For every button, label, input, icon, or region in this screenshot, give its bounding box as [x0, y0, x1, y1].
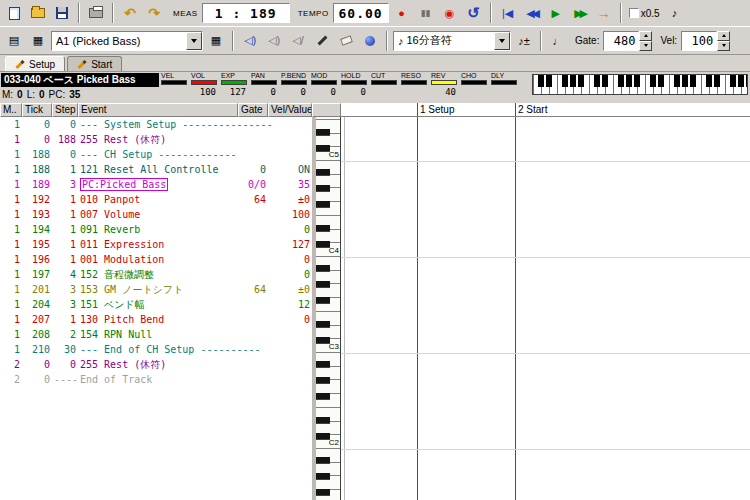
track-info-panel: 033-040 ベース Picked Bass M:0 L:0 PC:35 VE… [0, 71, 750, 103]
event-event-cell: 152 音程微調整 [78, 267, 238, 282]
black-key[interactable] [316, 297, 330, 304]
measure-header[interactable]: 1 Setup [420, 104, 454, 115]
vel-stepper[interactable]: 100 [681, 31, 730, 51]
meter-pan: PAN0 [250, 72, 280, 104]
vel-down-button[interactable] [717, 41, 730, 51]
skip-to-start-button[interactable]: |◀ [497, 2, 519, 24]
mini-keyboard[interactable] [532, 74, 748, 95]
note-length-selector[interactable]: ♪ 16分音符 [393, 31, 511, 51]
event-row[interactable]: 11961001 Modulation0 [0, 252, 312, 267]
speaker-solo-button[interactable]: ◁) [263, 30, 285, 52]
event-row[interactable]: 11931007 Volume100 [0, 207, 312, 222]
jump-button[interactable]: → [593, 2, 615, 24]
column-header-velvalue[interactable]: Vel/Value [268, 103, 312, 117]
event-row[interactable]: 12043151 ベンド幅12 [0, 297, 312, 312]
speaker-solo-icon: ◁) [268, 34, 280, 47]
black-key[interactable] [316, 169, 330, 176]
column-header-step[interactable]: Step [52, 103, 78, 117]
piano-keyboard[interactable]: C5C4C3C2 [312, 117, 341, 500]
column-header-tick[interactable]: Tick [22, 103, 52, 117]
event-row[interactable]: 12082154 RPN Null [0, 327, 312, 342]
column-header-gate[interactable]: Gate [238, 103, 268, 117]
tab-start[interactable]: Start [67, 56, 122, 71]
rewind-button[interactable]: ◀◀ [521, 2, 543, 24]
undo-icon: ↶ [124, 5, 136, 21]
column-header-event[interactable]: Event [78, 103, 238, 117]
meter-label: PAN [250, 72, 280, 80]
black-key[interactable] [316, 361, 330, 368]
event-row[interactable]: 12071130 Pitch Bend0 [0, 312, 312, 327]
piano-roll-grid[interactable] [341, 117, 750, 500]
pencil-tool-button[interactable] [311, 30, 333, 52]
track-selector-dropdown-button[interactable] [186, 32, 202, 50]
multi-record-button[interactable]: ◉ [439, 2, 461, 24]
loop-button[interactable]: ↺ [463, 2, 485, 24]
black-key[interactable] [316, 225, 330, 232]
track-pages-button[interactable]: ▦ [27, 30, 49, 52]
play-button[interactable]: ▶ [545, 2, 567, 24]
track-selector[interactable]: A1 (Picked Bass) [51, 31, 203, 51]
black-key[interactable] [316, 377, 330, 384]
main-content: 100--- System Setup ---------------10188… [0, 117, 750, 500]
eraser-tool-button[interactable] [335, 30, 357, 52]
tab-setup[interactable]: Setup [5, 56, 65, 71]
event-gate-cell [238, 267, 268, 282]
event-row[interactable]: 121030--- End of CH Setup ---------- [0, 342, 312, 357]
event-row[interactable]: 100--- System Setup --------------- [0, 117, 312, 132]
open-file-button[interactable] [27, 2, 49, 24]
event-row[interactable]: 11881121 Reset All Controlle0ON [0, 162, 312, 177]
black-key[interactable] [316, 489, 330, 496]
black-key[interactable] [316, 473, 330, 480]
gate-value[interactable]: 480 [603, 31, 639, 51]
note-shift-button[interactable]: ♪± [513, 30, 535, 52]
black-key[interactable] [316, 393, 330, 400]
select-tool-button[interactable] [359, 30, 381, 52]
black-key[interactable] [316, 201, 330, 208]
event-step-cell: 1 [52, 252, 78, 267]
vel-value[interactable]: 100 [681, 31, 717, 51]
event-row[interactable]: 11921010 Panpot64±0 [0, 192, 312, 207]
event-row[interactable]: 11974152 音程微調整0 [0, 267, 312, 282]
event-row[interactable]: 200255 Rest (休符) [0, 357, 312, 372]
redo-button[interactable]: ↷ [143, 2, 165, 24]
gate-stepper[interactable]: 480 [603, 31, 652, 51]
print-button[interactable] [85, 2, 107, 24]
pause-button[interactable]: ▮▮ [415, 2, 437, 24]
black-key[interactable] [316, 185, 330, 192]
instrument-button[interactable]: ▦ [205, 30, 227, 52]
measure-header[interactable]: 2 Start [518, 104, 547, 115]
undo-button[interactable]: ↶ [119, 2, 141, 24]
event-row[interactable]: 11951011 Expression127 [0, 237, 312, 252]
black-key[interactable] [316, 417, 330, 424]
event-row[interactable]: 11941091 Reverb0 [0, 222, 312, 237]
meter-value [460, 85, 490, 99]
event-row[interactable]: 10188255 Rest (休符) [0, 132, 312, 147]
black-key[interactable] [316, 129, 330, 136]
gate-up-button[interactable] [639, 31, 652, 41]
event-row[interactable]: 11880--- CH Setup ------------- [0, 147, 312, 162]
event-row[interactable]: 20----End of Track [0, 372, 312, 387]
speaker-on-button[interactable]: ◁) [239, 30, 261, 52]
speaker-mute-button[interactable]: ◁/ [287, 30, 309, 52]
vel-up-button[interactable] [717, 31, 730, 41]
black-key[interactable] [316, 265, 330, 272]
black-key[interactable] [316, 281, 330, 288]
skip-to-start-icon: |◀ [502, 7, 513, 20]
column-header-m[interactable]: M.. [0, 103, 22, 117]
half-speed-toggle[interactable]: x0.5 [627, 2, 662, 24]
event-row[interactable]: 12013153 GM ノートシフト64±0 [0, 282, 312, 297]
track-title[interactable]: 033-040 ベース Picked Bass [1, 73, 159, 87]
fast-forward-button[interactable]: ▶▶ [569, 2, 591, 24]
quarter-note-button[interactable]: ♩ [547, 30, 569, 52]
note-tool-button[interactable]: ♪ [664, 2, 686, 24]
record-button[interactable]: ● [391, 2, 413, 24]
save-button[interactable] [51, 2, 73, 24]
black-key[interactable] [316, 321, 330, 328]
event-list[interactable]: 100--- System Setup ---------------10188… [0, 117, 312, 500]
event-row[interactable]: 11893PC:Picked Bass0/035 [0, 177, 312, 192]
gate-down-button[interactable] [639, 41, 652, 51]
track-list-button[interactable]: ▤ [3, 30, 25, 52]
note-length-dropdown-button[interactable] [494, 32, 510, 50]
new-file-button[interactable] [3, 2, 25, 24]
black-key[interactable] [316, 457, 330, 464]
